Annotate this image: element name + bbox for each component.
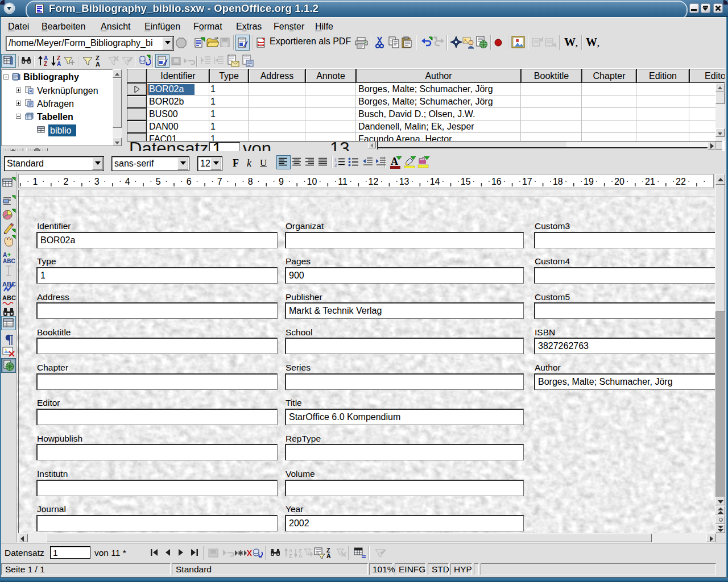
svg-text:1: 1: [334, 157, 337, 163]
svg-text:Z: Z: [44, 61, 47, 67]
svg-text:A: A: [96, 61, 100, 67]
svg-text:3: 3: [94, 177, 100, 186]
svg-text:21: 21: [645, 177, 655, 186]
svg-text:20: 20: [614, 177, 624, 186]
svg-text:1: 1: [33, 177, 38, 186]
svg-text:10: 10: [307, 177, 317, 186]
svg-text:14: 14: [430, 177, 440, 186]
svg-text:ABC: ABC: [2, 294, 16, 301]
svg-text:12: 12: [369, 177, 379, 186]
svg-text:15: 15: [461, 177, 471, 186]
svg-text:11: 11: [338, 177, 348, 186]
svg-text:2: 2: [64, 177, 69, 186]
svg-text:16: 16: [491, 177, 502, 186]
svg-text:22: 22: [676, 177, 686, 186]
svg-text:13: 13: [399, 177, 410, 186]
svg-text:A: A: [3, 252, 7, 258]
svg-text:17: 17: [522, 177, 532, 186]
svg-text:6: 6: [187, 177, 192, 186]
svg-text:A: A: [326, 552, 331, 559]
svg-text:19: 19: [584, 177, 594, 186]
svg-text:4: 4: [125, 177, 130, 186]
svg-text:5: 5: [156, 177, 161, 186]
svg-text:2: 2: [334, 163, 337, 167]
svg-text:7: 7: [217, 177, 222, 186]
svg-text:ABC: ABC: [3, 258, 15, 264]
svg-text:18: 18: [553, 177, 563, 186]
svg-text:8: 8: [248, 177, 253, 186]
svg-text:A: A: [57, 61, 61, 67]
svg-text:A: A: [299, 553, 303, 559]
svg-text:Z: Z: [289, 553, 292, 559]
svg-text:9: 9: [279, 177, 284, 186]
